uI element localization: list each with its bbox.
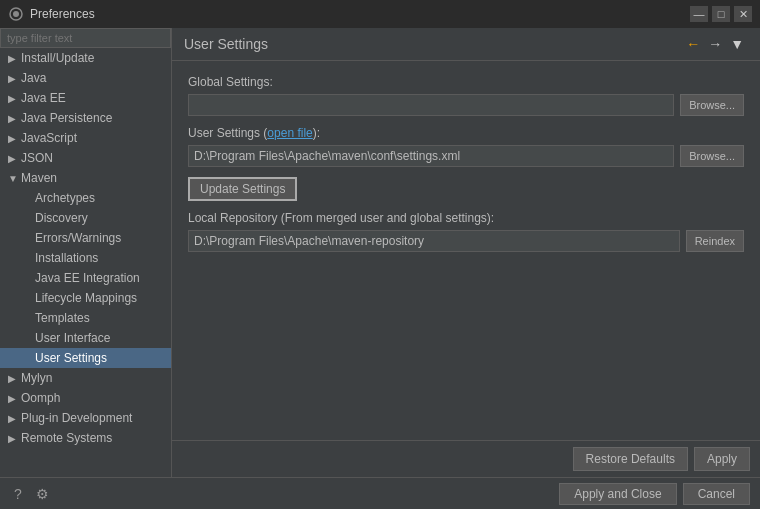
user-settings-row: Browse... xyxy=(188,145,744,167)
sidebar-item-user-interface[interactable]: User Interface xyxy=(0,328,171,348)
local-repo-label: Local Repository (From merged user and g… xyxy=(188,211,744,225)
sidebar-item-java-ee[interactable]: ▶Java EE xyxy=(0,88,171,108)
apply-and-close-button[interactable]: Apply and Close xyxy=(559,483,676,505)
sidebar-item-label-oomph: Oomph xyxy=(21,391,60,405)
minimize-button[interactable]: — xyxy=(690,6,708,22)
maximize-button[interactable]: □ xyxy=(712,6,730,22)
expand-icon-maven: ▼ xyxy=(8,173,18,184)
open-file-link[interactable]: open file xyxy=(267,126,312,140)
sidebar-item-label-javascript: JavaScript xyxy=(21,131,77,145)
sidebar-item-label-java: Java xyxy=(21,71,46,85)
user-settings-input[interactable] xyxy=(188,145,674,167)
sidebar-item-label-templates: Templates xyxy=(35,311,90,325)
expand-icon-java-ee: ▶ xyxy=(8,93,18,104)
forward-button[interactable]: → xyxy=(704,34,726,54)
close-button[interactable]: ✕ xyxy=(734,6,752,22)
settings-footer-button[interactable]: ⚙ xyxy=(32,484,53,504)
global-settings-browse-button[interactable]: Browse... xyxy=(680,94,744,116)
sidebar-item-label-errors-warnings: Errors/Warnings xyxy=(35,231,121,245)
sidebar-item-label-maven: Maven xyxy=(21,171,57,185)
help-button[interactable]: ? xyxy=(10,484,26,504)
sidebar-list: ▶Install/Update▶Java▶Java EE▶Java Persis… xyxy=(0,48,171,477)
expand-icon-remote-systems: ▶ xyxy=(8,433,18,444)
cancel-button[interactable]: Cancel xyxy=(683,483,750,505)
sidebar-item-lifecycle-mappings[interactable]: Lifecycle Mappings xyxy=(0,288,171,308)
sidebar-item-label-install-update: Install/Update xyxy=(21,51,94,65)
expand-icon-plugin-development: ▶ xyxy=(8,413,18,424)
sidebar-item-json[interactable]: ▶JSON xyxy=(0,148,171,168)
sidebar-item-java[interactable]: ▶Java xyxy=(0,68,171,88)
sidebar-item-label-java-ee: Java EE xyxy=(21,91,66,105)
sidebar-item-plugin-development[interactable]: ▶Plug-in Development xyxy=(0,408,171,428)
sidebar-item-label-installations: Installations xyxy=(35,251,98,265)
expand-icon-mylyn: ▶ xyxy=(8,373,18,384)
sidebar-item-oomph[interactable]: ▶Oomph xyxy=(0,388,171,408)
svg-point-1 xyxy=(13,11,19,17)
sidebar-item-maven[interactable]: ▼Maven xyxy=(0,168,171,188)
local-repo-input[interactable] xyxy=(188,230,680,252)
sidebar-item-label-user-interface: User Interface xyxy=(35,331,110,345)
expand-icon-java: ▶ xyxy=(8,73,18,84)
expand-icon-javascript: ▶ xyxy=(8,133,18,144)
sidebar-item-user-settings[interactable]: User Settings xyxy=(0,348,171,368)
sidebar-item-javascript[interactable]: ▶JavaScript xyxy=(0,128,171,148)
sidebar-item-mylyn[interactable]: ▶Mylyn xyxy=(0,368,171,388)
sidebar-item-label-mylyn: Mylyn xyxy=(21,371,52,385)
app-icon xyxy=(8,6,24,22)
sidebar-item-label-discovery: Discovery xyxy=(35,211,88,225)
title-bar: Preferences — □ ✕ xyxy=(0,0,760,28)
nav-menu-button[interactable]: ▼ xyxy=(726,34,748,54)
window-title: Preferences xyxy=(30,7,690,21)
sidebar-item-discovery[interactable]: Discovery xyxy=(0,208,171,228)
sidebar-item-installations[interactable]: Installations xyxy=(0,248,171,268)
sidebar-item-java-persistence[interactable]: ▶Java Persistence xyxy=(0,108,171,128)
sidebar-item-label-plugin-development: Plug-in Development xyxy=(21,411,132,425)
panel-content: Global Settings: Browse... User Settings… xyxy=(172,61,760,440)
apply-button[interactable]: Apply xyxy=(694,447,750,471)
window-controls: — □ ✕ xyxy=(690,6,752,22)
bottom-bar: Restore Defaults Apply xyxy=(172,440,760,477)
sidebar-item-java-ee-integration[interactable]: Java EE Integration xyxy=(0,268,171,288)
expand-icon-install-update: ▶ xyxy=(8,53,18,64)
right-panel: User Settings ← → ▼ Global Settings: Bro… xyxy=(172,28,760,477)
panel-title: User Settings xyxy=(184,36,682,52)
user-settings-label: User Settings (open file): xyxy=(188,126,744,140)
user-settings-browse-button[interactable]: Browse... xyxy=(680,145,744,167)
sidebar-item-install-update[interactable]: ▶Install/Update xyxy=(0,48,171,68)
global-settings-row: Browse... xyxy=(188,94,744,116)
global-settings-label: Global Settings: xyxy=(188,75,744,89)
sidebar-item-remote-systems[interactable]: ▶Remote Systems xyxy=(0,428,171,448)
sidebar-item-label-lifecycle-mappings: Lifecycle Mappings xyxy=(35,291,137,305)
update-settings-button[interactable]: Update Settings xyxy=(188,177,297,201)
sidebar-item-errors-warnings[interactable]: Errors/Warnings xyxy=(0,228,171,248)
global-settings-input[interactable] xyxy=(188,94,674,116)
local-repo-row: Reindex xyxy=(188,230,744,252)
sidebar: ▶Install/Update▶Java▶Java EE▶Java Persis… xyxy=(0,28,172,477)
sidebar-item-label-json: JSON xyxy=(21,151,53,165)
expand-icon-json: ▶ xyxy=(8,153,18,164)
sidebar-item-archetypes[interactable]: Archetypes xyxy=(0,188,171,208)
sidebar-filter-input[interactable] xyxy=(0,28,171,48)
sidebar-item-templates[interactable]: Templates xyxy=(0,308,171,328)
main-content: ▶Install/Update▶Java▶Java EE▶Java Persis… xyxy=(0,28,760,477)
sidebar-item-label-user-settings: User Settings xyxy=(35,351,107,365)
restore-defaults-button[interactable]: Restore Defaults xyxy=(573,447,688,471)
footer-right: Apply and Close Cancel xyxy=(559,483,750,505)
reindex-button[interactable]: Reindex xyxy=(686,230,744,252)
panel-header: User Settings ← → ▼ xyxy=(172,28,760,61)
expand-icon-java-persistence: ▶ xyxy=(8,113,18,124)
sidebar-item-label-remote-systems: Remote Systems xyxy=(21,431,112,445)
footer-bar: ? ⚙ Apply and Close Cancel xyxy=(0,477,760,509)
footer-left: ? ⚙ xyxy=(10,484,53,504)
sidebar-item-label-archetypes: Archetypes xyxy=(35,191,95,205)
sidebar-item-label-java-ee-integration: Java EE Integration xyxy=(35,271,140,285)
sidebar-item-label-java-persistence: Java Persistence xyxy=(21,111,112,125)
back-button[interactable]: ← xyxy=(682,34,704,54)
expand-icon-oomph: ▶ xyxy=(8,393,18,404)
